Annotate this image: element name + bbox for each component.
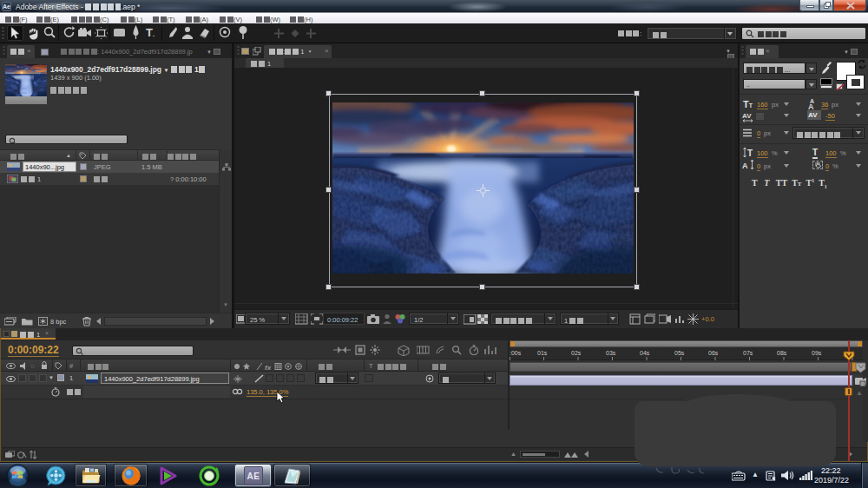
- svg-text:A: A: [742, 162, 748, 170]
- svg-text:T: T: [747, 148, 753, 157]
- svg-text:A: A: [808, 102, 814, 109]
- svg-text:AV: AV: [742, 112, 752, 120]
- svg-text:fx: fx: [265, 364, 272, 372]
